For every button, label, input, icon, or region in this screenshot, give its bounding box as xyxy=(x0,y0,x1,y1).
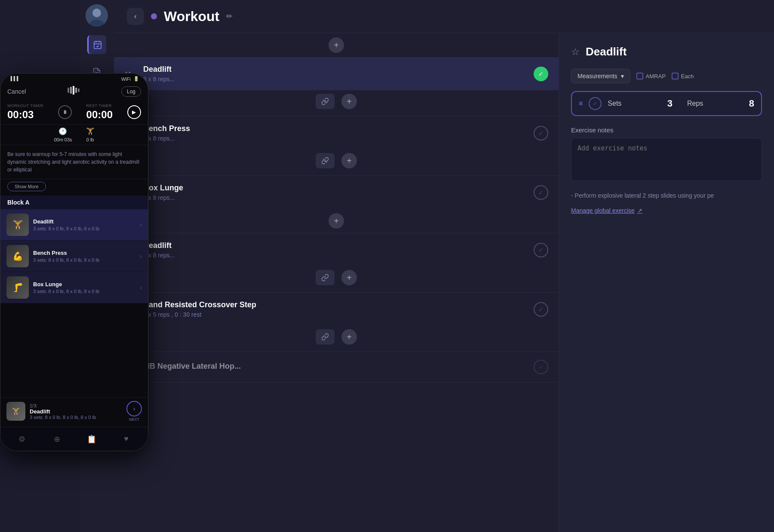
exercise-sets-b: 3 x 8 reps... xyxy=(143,252,527,259)
link-button-c[interactable] xyxy=(316,329,335,345)
phone-nav-settings[interactable]: ⚙ xyxy=(15,432,29,446)
svg-rect-15 xyxy=(78,89,80,92)
timers-row: WORKOUT TIMER 00:03 ⏸ REST TIMER 00:00 ▶ xyxy=(0,100,148,124)
clock-icon: 🕐 xyxy=(58,127,67,135)
check-circle-b[interactable]: ✓ xyxy=(534,243,548,257)
svg-point-1 xyxy=(92,9,101,17)
measurements-label: Measurements xyxy=(577,73,617,79)
exercise-item-a1[interactable]: A1 Deadlift 3 x 8 reps... ✓ xyxy=(114,57,559,90)
exercise-thumb-deadlift: 🏋 xyxy=(6,214,29,236)
detail-header: ☆ Deadlift xyxy=(571,45,762,58)
exercise-item-a3[interactable]: A3 Box Lunge 3 x 8 reps... ✓ xyxy=(114,176,559,209)
log-button[interactable]: Log xyxy=(121,86,141,97)
exercise-thumb-img-deadlift: 🏋 xyxy=(6,214,29,236)
exercise-sets-a3: 3 x 8 reps... xyxy=(143,194,527,201)
link-button-a2[interactable] xyxy=(316,153,335,168)
sets-row: ≡ ✓ Sets 3 Reps 8 xyxy=(571,91,762,116)
detail-title: Deadlift xyxy=(586,45,627,58)
action-row-b: + xyxy=(114,266,559,292)
phone-nav-heart[interactable]: ♥ xyxy=(120,432,133,446)
rest-timer-block: REST TIMER 00:00 xyxy=(86,104,113,121)
cancel-button[interactable]: Cancel xyxy=(7,88,26,95)
avatar[interactable] xyxy=(86,4,108,27)
phone-topbar: Cancel Log xyxy=(0,84,148,100)
check-circle-a2[interactable]: ✓ xyxy=(534,126,548,141)
add-exercise-top-button[interactable]: + xyxy=(329,37,344,53)
warmup-note: Be sure to warmup for 5-7 minutes with s… xyxy=(0,145,148,179)
exercise-block-d: D MB Negative Lateral Hop... ✓ xyxy=(114,352,559,382)
amrap-label: AMRAP xyxy=(646,73,666,79)
check-circle-a3[interactable]: ✓ xyxy=(534,185,548,200)
back-button[interactable]: ‹ xyxy=(127,8,144,25)
manage-link-text: Manage global exercise xyxy=(571,207,635,214)
elapsed-time-value: 00m 03s xyxy=(54,137,72,142)
exercise-name-a3: Box Lunge xyxy=(143,183,527,193)
next-exercise-info: 1/3: Deadlift 3 sets: 8 x 0 lb, 8 x 0 lb… xyxy=(30,403,122,420)
exercise-name-c: Band Resisted Crossover Step xyxy=(143,300,527,309)
exercise-name-a1: Deadlift xyxy=(143,65,527,74)
add-after-a2-button[interactable]: + xyxy=(341,153,357,168)
show-more-button[interactable]: Show More xyxy=(7,182,46,191)
phone-container: ▐▐▐ WiFi 🔋 Cancel xyxy=(0,73,148,468)
block-a-header: Block A xyxy=(0,196,148,209)
measurements-dropdown[interactable]: Measurements ▾ xyxy=(571,69,630,83)
amrap-checkbox-item: AMRAP xyxy=(636,73,666,79)
exercise-sets-a2: 3 x 8 reps... xyxy=(143,135,527,142)
phone-bottom-nav: ⚙ ⊕ 📋 ♥ xyxy=(0,427,148,451)
exercise-thumb-boxlunge: 🦵 xyxy=(6,276,29,299)
amrap-checkbox[interactable] xyxy=(636,73,643,79)
rest-timer-value: 00:00 xyxy=(86,109,113,121)
exercise-notes-label: Exercise notes xyxy=(571,126,762,134)
mobile-exercise-item-deadlift[interactable]: 🏋 Deadlift 3 sets: 8 x 0 lb, 8 x 0 lb, 8… xyxy=(0,209,148,241)
check-circle-c[interactable]: ✓ xyxy=(534,302,548,317)
reps-label: Reps xyxy=(687,100,703,107)
action-row-c: + xyxy=(114,326,559,352)
star-icon[interactable]: ☆ xyxy=(571,46,580,58)
exercise-item-a2[interactable]: A2 Bench Press 3 x 8 reps... ✓ xyxy=(114,116,559,150)
elapsed-time-stat: 🕐 00m 03s xyxy=(54,127,72,142)
each-checkbox[interactable] xyxy=(672,73,679,79)
svg-line-9 xyxy=(323,100,327,104)
phone-nav-clipboard[interactable]: 📋 xyxy=(85,432,98,446)
add-after-c-button[interactable]: + xyxy=(341,329,357,345)
exercise-thumb-img-boxlunge: 🦵 xyxy=(6,276,29,299)
check-circle-d[interactable]: ✓ xyxy=(534,360,548,374)
next-button[interactable]: › NEXT xyxy=(126,401,142,422)
link-button-a1[interactable] xyxy=(316,94,335,109)
phone-screen: ▐▐▐ WiFi 🔋 Cancel xyxy=(0,73,148,451)
mobile-exercise-item-benchpress[interactable]: 💪 Bench Press 3 sets: 8 x 0 lb, 8 x 0 lb… xyxy=(0,241,148,272)
add-after-a1-button[interactable]: + xyxy=(341,94,357,109)
action-row-a2: + xyxy=(114,150,559,175)
manage-global-exercise-link[interactable]: Manage global exercise ↗ xyxy=(571,207,762,214)
add-after-a3-button[interactable]: + xyxy=(329,213,344,229)
phone-nav-add[interactable]: ⊕ xyxy=(50,432,64,446)
exercise-notes-textarea[interactable] xyxy=(571,138,762,181)
svg-rect-14 xyxy=(75,88,77,93)
sidebar-icon-calendar[interactable] xyxy=(87,35,106,54)
add-top-row: + xyxy=(114,33,559,57)
exercise-item-c[interactable]: C Band Resisted Crossover Step 3 x 5 rep… xyxy=(114,293,559,326)
svg-line-10 xyxy=(323,159,327,163)
workout-bars-icon xyxy=(68,86,80,97)
exercise-block-a1: A1 Deadlift 3 x 8 reps... ✓ xyxy=(114,57,559,116)
pause-button[interactable]: ⏸ xyxy=(58,105,72,119)
mobile-exercise-item-boxlunge[interactable]: 🦵 Box Lunge 3 sets: 8 x 0 lb, 8 x 0 lb, … xyxy=(0,272,148,303)
exercise-info-a2: Bench Press 3 x 8 reps... xyxy=(143,124,527,142)
exercise-detail-panel: ☆ Deadlift Measurements ▾ AMRAP Each ≡ xyxy=(559,33,774,532)
check-circle-a1[interactable]: ✓ xyxy=(534,67,548,81)
play-button[interactable]: ▶ xyxy=(127,105,141,119)
exercise-item-d[interactable]: D MB Negative Lateral Hop... ✓ xyxy=(114,352,559,382)
sets-value: 3 xyxy=(667,98,673,109)
set-check-button[interactable]: ✓ xyxy=(589,97,602,110)
content-area: + A1 Deadlift 3 x 8 reps... ✓ xyxy=(114,33,774,532)
workout-timer-value: 00:03 xyxy=(7,109,43,121)
mobile-exercise-info-deadlift: Deadlift 3 sets: 8 x 0 lb, 8 x 0 lb, 8 x… xyxy=(33,218,135,231)
edit-icon[interactable]: ✏ xyxy=(226,12,233,21)
reps-value: 8 xyxy=(749,98,754,109)
phone-frame: ▐▐▐ WiFi 🔋 Cancel xyxy=(0,73,148,451)
hamburger-icon[interactable]: ≡ xyxy=(579,100,583,107)
link-button-b[interactable] xyxy=(316,270,335,285)
add-after-b-button[interactable]: + xyxy=(341,270,357,285)
chevron-down-icon: ▾ xyxy=(621,73,624,79)
exercise-item-b[interactable]: B Deadlift 3 x 8 reps... ✓ xyxy=(114,233,559,266)
